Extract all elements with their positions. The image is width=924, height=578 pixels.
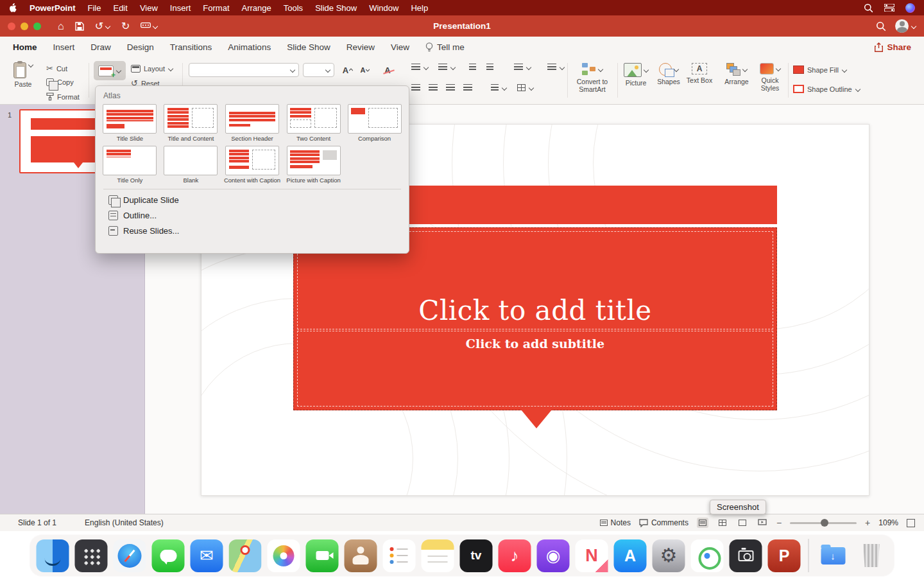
menu-edit[interactable]: Edit [113, 3, 127, 13]
tab-design[interactable]: Design [127, 42, 154, 52]
font-name-combo[interactable] [189, 63, 299, 77]
slide-sorter-view-button[interactable] [717, 518, 728, 528]
dock-icon-tv[interactable]: tv [460, 539, 493, 572]
menubar-app-name[interactable]: PowerPoint [30, 3, 76, 13]
fit-slide-button[interactable] [907, 519, 915, 527]
dock-icon-app-store[interactable]: A [614, 539, 647, 572]
menu-help[interactable]: Help [411, 3, 428, 13]
dock-icon-launchpad[interactable] [75, 539, 108, 572]
zoom-out-button[interactable]: − [776, 518, 782, 528]
dock-icon-finder[interactable] [37, 539, 69, 572]
layout-option-section-header[interactable]: Section Header [224, 104, 280, 142]
dock-icon-system-settings[interactable]: ⚙ [653, 539, 685, 572]
shapes-button[interactable]: Shapes [654, 63, 683, 85]
title-placeholder-group[interactable]: Click to add title Click to add subtitle [293, 227, 777, 410]
new-slide-button[interactable] [94, 61, 126, 80]
tab-transitions[interactable]: Transitions [170, 42, 212, 52]
layout-option-content-with-caption[interactable]: Content with Caption [224, 146, 280, 184]
zoom-slider[interactable] [790, 522, 857, 524]
columns-button[interactable] [517, 84, 534, 91]
siri-icon[interactable] [905, 3, 915, 13]
dock-icon-notes[interactable] [422, 539, 454, 572]
layout-option-title-and-content[interactable]: Title and Content [163, 104, 219, 142]
menu-slide-show[interactable]: Slide Show [315, 3, 357, 13]
decrease-indent-button[interactable] [469, 64, 476, 71]
layout-button[interactable]: Layout [131, 65, 173, 73]
dock-icon-powerpoint[interactable]: P [768, 539, 801, 572]
dock-icon-messages[interactable] [152, 539, 185, 572]
dock-icon-photos[interactable] [268, 539, 300, 572]
language-label[interactable]: English (United States) [85, 518, 164, 527]
reuse-slides-item[interactable]: Reuse Slides... [102, 223, 402, 238]
menu-tools[interactable]: Tools [284, 3, 303, 13]
layout-option-two-content[interactable]: Two Content [286, 104, 341, 142]
shape-fill-button[interactable]: Shape Fill [793, 66, 847, 74]
close-window-button[interactable] [8, 22, 15, 30]
arrange-button[interactable]: Arrange [721, 63, 752, 85]
increase-indent-button[interactable] [486, 64, 493, 71]
home-button[interactable]: ⌂ [58, 21, 64, 31]
save-button[interactable] [75, 22, 84, 31]
normal-view-button[interactable] [697, 518, 708, 528]
vertical-align-button[interactable] [491, 84, 507, 91]
tell-me-button[interactable]: Tell me [425, 42, 465, 52]
minimize-window-button[interactable] [21, 22, 28, 30]
tab-insert[interactable]: Insert [53, 42, 75, 52]
menu-window[interactable]: Window [369, 3, 398, 13]
justify-button[interactable] [463, 84, 472, 91]
dock-icon-reminders[interactable] [383, 539, 416, 572]
layout-option-blank[interactable]: Blank [163, 146, 219, 184]
font-size-combo[interactable] [303, 63, 334, 77]
picture-button[interactable]: Picture [621, 63, 651, 87]
text-direction-button[interactable] [547, 64, 565, 71]
notes-button[interactable]: Notes [600, 518, 631, 527]
dock-icon-podcasts[interactable]: ◉ [537, 539, 570, 572]
align-right-button[interactable] [446, 84, 455, 91]
zoom-in-button[interactable]: + [865, 518, 870, 528]
tab-review[interactable]: Review [346, 42, 375, 52]
convert-to-smartart-button[interactable]: Convert to SmartArt [571, 63, 613, 93]
reading-view-button[interactable] [737, 518, 748, 528]
tab-home[interactable]: Home [13, 42, 37, 52]
share-button[interactable]: Share [875, 42, 911, 52]
dock-icon-screenshot[interactable] [730, 539, 762, 572]
control-center-icon[interactable] [884, 4, 894, 12]
tab-animations[interactable]: Animations [228, 42, 271, 52]
menu-file[interactable]: File [88, 3, 101, 13]
layout-option-title-only[interactable]: Title Only [102, 146, 158, 184]
menu-arrange[interactable]: Arrange [242, 3, 271, 13]
format-painter-button[interactable]: Format [46, 92, 80, 101]
quick-styles-button[interactable]: Quick Styles [755, 63, 785, 92]
paste-button[interactable]: Paste [9, 62, 37, 88]
apple-menu-icon[interactable] [9, 3, 17, 13]
duplicate-slide-item[interactable]: Duplicate Slide [102, 192, 402, 207]
dock-icon-news[interactable]: N [576, 539, 608, 572]
comments-button[interactable]: Comments [639, 518, 689, 527]
menu-format[interactable]: Format [203, 3, 229, 13]
clear-formatting-button[interactable]: A [380, 63, 395, 77]
account-button[interactable] [895, 19, 916, 33]
numbering-button[interactable] [438, 64, 456, 71]
line-spacing-button[interactable] [514, 64, 531, 71]
subtitle-placeholder[interactable]: Click to add subtitle [297, 331, 773, 407]
customize-toolbar-button[interactable] [141, 22, 158, 30]
align-left-button[interactable] [411, 84, 420, 91]
tab-draw[interactable]: Draw [90, 42, 111, 52]
dock-icon-trash[interactable] [855, 539, 888, 572]
zoom-level-label[interactable]: 109% [878, 518, 898, 527]
copy-button[interactable]: Copy [46, 78, 74, 86]
layout-option-comparison[interactable]: Comparison [346, 104, 402, 142]
titlebar-search-icon[interactable] [876, 21, 886, 31]
text-box-button[interactable]: A Text Box [685, 63, 714, 84]
dock-icon-mail[interactable]: ✉ [191, 539, 223, 572]
slideshow-view-button[interactable] [757, 518, 768, 528]
layout-option-picture-with-caption[interactable]: Picture with Caption [286, 146, 341, 184]
zoom-window-button[interactable] [33, 22, 41, 30]
dock-icon-downloads[interactable]: ↓ [817, 539, 850, 572]
bullets-button[interactable] [411, 64, 429, 71]
dock-icon-contacts[interactable] [345, 539, 377, 572]
tab-view[interactable]: View [391, 42, 409, 52]
menubar-search-icon[interactable] [864, 3, 873, 13]
undo-button[interactable]: ↺ [95, 21, 110, 31]
dock-icon-music[interactable]: ♪ [499, 539, 531, 572]
